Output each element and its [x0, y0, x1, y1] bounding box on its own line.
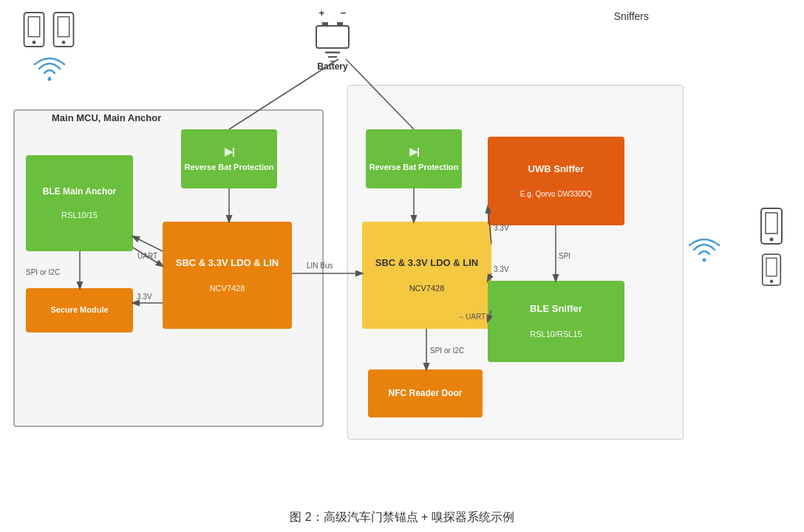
wifi-icon-right: [686, 236, 723, 267]
battery-area: + − Battery: [310, 7, 355, 72]
secure-module-title: Secure Module: [50, 304, 108, 316]
svg-rect-21: [766, 258, 777, 276]
phone-right-1: [760, 207, 783, 245]
diode-icon-left: [222, 145, 236, 160]
reverse-bat-right-title: Reverse Bat Protection: [369, 162, 458, 173]
battery-plus: +: [319, 7, 325, 18]
sbc-left-block: SBC & 3.3V LDO & LIN NCV7428: [163, 222, 292, 329]
sbc-left-subtitle: NCV7428: [210, 283, 245, 294]
uwb-sniffer-block: UWB Sniffer E.g. Qorvo DW3300Q: [488, 137, 624, 225]
svg-rect-9: [337, 22, 343, 27]
phones-right: [760, 207, 783, 287]
svg-point-2: [33, 41, 36, 44]
reverse-bat-left-title: Reverse Bat Protection: [184, 162, 273, 173]
svg-point-6: [48, 78, 52, 81]
nfc-reader-title: NFC Reader Door: [388, 387, 462, 400]
sbc-left-title: SBC & 3.3V LDO & LIN: [176, 256, 279, 270]
ble-sniffer-subtitle: RSL10/RSL15: [530, 329, 582, 340]
svg-point-22: [770, 280, 773, 283]
nfc-reader-block: NFC Reader Door: [368, 369, 483, 417]
svg-rect-4: [58, 17, 69, 37]
secure-module-block: Secure Module: [26, 288, 133, 332]
battery-minus: −: [341, 7, 347, 18]
diode-icon-right: [406, 145, 421, 160]
ble-sniffer-title: BLE Sniffer: [530, 302, 582, 316]
ble-main-anchor-title: BLE Main Anchor: [43, 185, 117, 198]
diagram-container: + − Battery Sniffers Main MCU, Main Anch…: [0, 0, 804, 502]
sbc-right-subtitle: NCV7428: [409, 283, 445, 294]
ble-main-anchor-block: BLE Main Anchor RSL10/15: [26, 155, 133, 251]
svg-point-23: [703, 259, 706, 262]
uwb-sniffer-title: UWB Sniffer: [528, 163, 585, 176]
battery-icon: [310, 20, 355, 64]
reverse-bat-right-block: Reverse Bat Protection: [366, 129, 462, 188]
sbc-right-title: SBC & 3.3V LDO & LIN: [375, 256, 478, 270]
svg-rect-1: [28, 17, 39, 37]
uwb-sniffer-subtitle: E.g. Qorvo DW3300Q: [520, 189, 592, 200]
ble-sniffer-block: BLE Sniffer RSL10/RSL15: [488, 281, 624, 362]
phone-icon-2: [52, 11, 75, 48]
svg-marker-13: [225, 148, 234, 157]
caption: 图 2：高级汽车门禁锚点 + 嗅探器系统示例: [0, 502, 804, 530]
phone-right-2: [761, 253, 782, 287]
sniffers-label: Sniffers: [614, 10, 649, 22]
phone-icon-1: [22, 11, 46, 48]
sbc-right-block: SBC & 3.3V LDO & LIN NCV7428: [362, 222, 491, 329]
svg-rect-18: [766, 213, 777, 233]
ble-main-anchor-subtitle: RSL10/15: [61, 210, 98, 221]
svg-point-5: [62, 41, 66, 44]
svg-rect-7: [316, 26, 349, 48]
svg-point-19: [770, 238, 774, 242]
reverse-bat-left-block: Reverse Bat Protection: [181, 129, 277, 188]
svg-marker-15: [409, 148, 418, 157]
wifi-icon-left: [31, 55, 68, 86]
main-mcu-label: Main MCU, Main Anchor: [52, 112, 161, 123]
svg-rect-8: [322, 22, 328, 27]
phones-top-left: [22, 11, 75, 48]
